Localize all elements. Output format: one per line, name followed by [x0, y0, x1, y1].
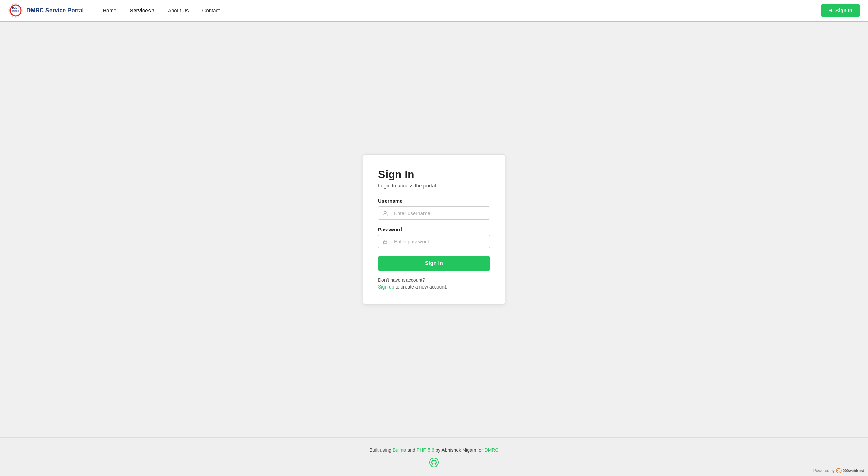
navbar-end: ➜ Sign In [821, 4, 860, 17]
main-content: Sign In Login to access the portal Usern… [0, 22, 868, 437]
password-input-wrapper [378, 235, 490, 248]
chevron-down-icon: ▾ [152, 8, 154, 13]
powered-by-badge: Powered by 000webhost [813, 468, 864, 473]
navbar-signin-button[interactable]: ➜ Sign In [821, 4, 860, 17]
footer: Built using Bulma and PHP 5.6 by Abhishe… [0, 437, 868, 476]
brand-logo-link[interactable]: DELHI METRO DMRC Service Portal [8, 3, 84, 18]
php-link[interactable]: PHP 5.6 [417, 447, 434, 453]
svg-text:DELHI: DELHI [12, 7, 19, 9]
brand-name: DMRC Service Portal [26, 7, 84, 14]
webhost-icon [836, 468, 842, 473]
username-label: Username [378, 198, 490, 204]
dmrc-link[interactable]: DMRC [485, 447, 499, 453]
signin-form: Username Password [378, 198, 490, 271]
nav-item-about[interactable]: About Us [162, 5, 194, 16]
username-group: Username [378, 198, 490, 220]
signup-link[interactable]: Sign up [378, 284, 394, 290]
svg-point-6 [430, 458, 438, 467]
submit-button[interactable]: Sign In [378, 256, 490, 271]
password-label: Password [378, 226, 490, 232]
github-icon-link[interactable] [429, 457, 439, 469]
user-icon [378, 211, 391, 216]
bulma-link[interactable]: Bulma [393, 447, 406, 453]
username-input-wrapper [378, 206, 490, 220]
dmrc-logo-icon: DELHI METRO [8, 3, 23, 18]
signup-link-text: Sign up to create a new account. [378, 284, 490, 290]
navbar: DELHI METRO DMRC Service Portal Home Ser… [0, 0, 868, 22]
password-group: Password [378, 226, 490, 248]
nav-item-services[interactable]: Services ▾ [124, 5, 160, 16]
svg-rect-5 [384, 241, 387, 244]
footer-built-text: Built using Bulma and PHP 5.6 by Abhishe… [7, 447, 861, 453]
lock-icon [378, 239, 391, 244]
signin-card: Sign In Login to access the portal Usern… [363, 154, 505, 305]
password-input[interactable] [391, 235, 490, 248]
webhost-logo: 000webhost [836, 468, 864, 473]
nav-item-contact[interactable]: Contact [197, 5, 225, 16]
username-input[interactable] [391, 207, 490, 219]
card-title: Sign In [378, 168, 490, 181]
nav-item-home[interactable]: Home [97, 5, 122, 16]
card-subtitle: Login to access the portal [378, 183, 490, 189]
nav-menu: Home Services ▾ About Us Contact [97, 5, 821, 16]
no-account-text: Don't have a account? [378, 277, 490, 283]
svg-point-4 [384, 211, 386, 213]
github-icon [429, 457, 439, 469]
signin-icon: ➜ [828, 7, 833, 14]
svg-text:METRO: METRO [12, 10, 19, 12]
